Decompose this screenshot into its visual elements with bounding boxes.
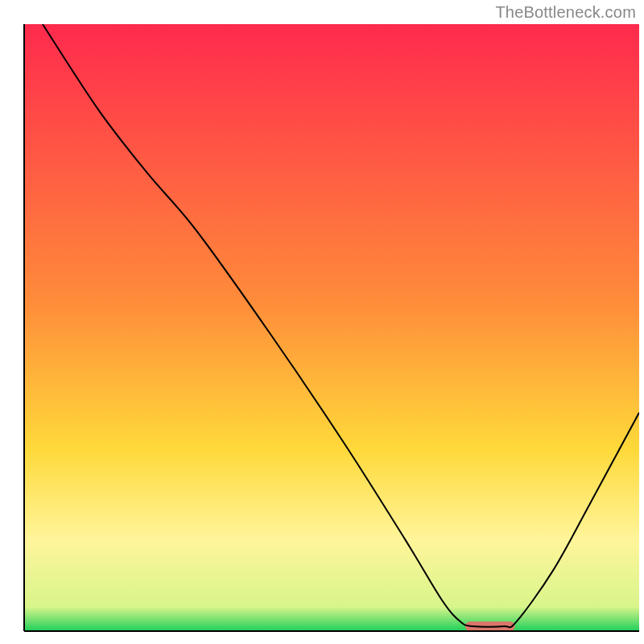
- bottleneck-chart: [0, 0, 644, 644]
- plot-background: [24, 24, 639, 631]
- attribution-label: TheBottleneck.com: [495, 3, 636, 22]
- chart-container: TheBottleneck.com: [0, 0, 644, 644]
